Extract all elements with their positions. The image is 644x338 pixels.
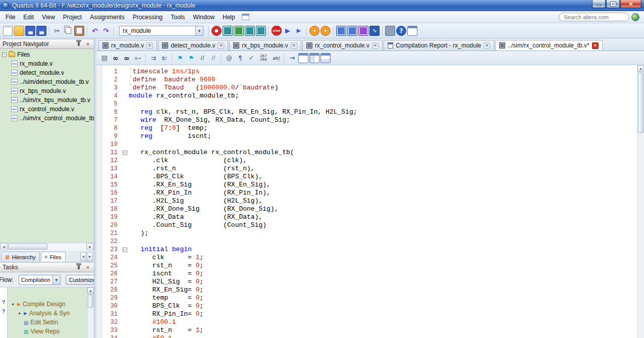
view-full-icon[interactable]	[298, 53, 308, 63]
tech-map-viewer-icon[interactable]	[347, 26, 357, 36]
save-all-icon[interactable]	[36, 26, 46, 36]
task-row[interactable]: ▤Edit Settin	[8, 318, 87, 327]
file-item[interactable]: detect_module.v	[0, 68, 94, 77]
new-file-icon[interactable]	[3, 26, 13, 36]
code-editor[interactable]: 1`timescale 1ns/1ps2`define baudrate 960…	[96, 65, 644, 338]
tree-collapse-icon[interactable]: −	[2, 53, 7, 57]
comment-icon[interactable]: //	[197, 53, 207, 63]
navigator-tab-hierarchy[interactable]: ▦Hierarchy	[1, 252, 40, 262]
flow-selector[interactable]: Compilation ▾	[19, 275, 61, 285]
tree-expander-icon[interactable]: ▾	[11, 302, 15, 307]
stop-processing-icon[interactable]: STOP	[272, 26, 282, 36]
close-panel-button[interactable]: ×	[84, 40, 91, 47]
tab-close-button[interactable]: ✕	[484, 42, 490, 49]
start-analysis-icon[interactable]: ▶	[294, 26, 304, 36]
chevron-down-icon[interactable]: ▾	[52, 275, 60, 284]
scroll-up-icon[interactable]: ▲	[87, 287, 94, 294]
tabs-scroll-left-icon[interactable]: ◄	[80, 252, 86, 261]
menu-help[interactable]: Help	[219, 12, 239, 22]
files-horizontal-scrollbar[interactable]: ◄ ►	[0, 243, 94, 250]
tree-expander-icon[interactable]: ▾	[17, 311, 22, 316]
template-icon[interactable]: ¶	[235, 53, 245, 63]
file-item[interactable]: rx_bps_module.v	[0, 86, 94, 95]
scrollbar-thumb[interactable]	[88, 295, 93, 308]
bookmark-icon[interactable]: ⚑	[175, 53, 185, 63]
editor-scrollbar[interactable]: ▲	[637, 65, 644, 338]
close-button[interactable]: ×	[620, 0, 641, 8]
task-help-marker[interactable]: ?	[0, 309, 7, 318]
view-split-h-icon[interactable]	[309, 53, 319, 63]
goto-icon[interactable]: →	[287, 53, 297, 63]
titlebar[interactable]: Quartus II 64-Bit - F:/wkzx/rx_module/de…	[0, 0, 644, 11]
menu-window[interactable]: Window	[189, 12, 219, 22]
open-project-icon[interactable]	[14, 26, 24, 36]
find-icon[interactable]: ∞	[111, 53, 121, 63]
scrollbar-thumb[interactable]	[638, 72, 643, 133]
file-item[interactable]: ../sim/rx_bps_module_tb.v	[0, 95, 94, 105]
task-help-marker[interactable]	[0, 327, 7, 336]
file-item[interactable]: rx_control_module.v	[0, 105, 94, 114]
start-compilation-icon[interactable]: ▶	[283, 26, 293, 36]
timing-constraints-icon[interactable]	[245, 26, 255, 36]
layout-window-icon[interactable]	[242, 14, 249, 20]
spell-check-icon[interactable]: ✓	[246, 53, 256, 63]
cut-icon[interactable]: ✂	[52, 26, 62, 36]
chip-planner-icon[interactable]	[256, 26, 266, 36]
task-row[interactable]: ▥View Repo	[8, 327, 87, 336]
doc-tab[interactable]: detect_module.v✕	[158, 40, 228, 51]
menu-view[interactable]: View	[38, 12, 59, 22]
task-row[interactable]: ▾▶Compile Design	[8, 300, 87, 309]
tasks-scrollbar[interactable]: ▲	[87, 287, 94, 338]
undo-icon[interactable]: ↶	[90, 26, 100, 36]
tab-close-button[interactable]: ✕	[372, 42, 379, 49]
pin-planner-icon[interactable]	[234, 26, 244, 36]
device-icon[interactable]	[211, 26, 222, 36]
menu-tools[interactable]: Tools	[167, 12, 189, 22]
indent-icon[interactable]: ⇉	[148, 53, 158, 63]
copy-icon[interactable]	[63, 26, 73, 36]
help-icon[interactable]: ?	[396, 26, 406, 36]
bookmark-next-icon[interactable]: ⚑	[186, 53, 196, 63]
replace-icon[interactable]: a→	[133, 53, 143, 63]
search-globe-icon[interactable]	[631, 13, 639, 21]
save-icon[interactable]	[25, 26, 35, 36]
incremental-compile-icon[interactable]	[309, 26, 319, 36]
chevron-down-icon[interactable]: ▾	[195, 26, 203, 35]
doc-tab[interactable]: Compilation Report - rx_module✕	[384, 40, 494, 51]
file-item[interactable]: rx_module.v	[0, 59, 94, 68]
project-selector[interactable]: rx_module ▾	[119, 26, 203, 36]
paste-icon[interactable]	[74, 26, 84, 36]
uncomment-icon[interactable]: //	[208, 53, 219, 63]
tab-close-button[interactable]: ✕	[146, 42, 153, 49]
tabs-scroll-right-icon[interactable]: ►	[87, 252, 93, 261]
menu-project[interactable]: Project	[59, 12, 86, 22]
file-item[interactable]: ../sim/detect_module_tb.v	[0, 77, 94, 86]
doc-tab[interactable]: rx_control_module.v✕	[302, 40, 383, 51]
menu-edit[interactable]: Edit	[19, 12, 38, 22]
fold-collapse-icon[interactable]: −	[123, 151, 127, 155]
file-item[interactable]: ../sim/rx_control_module_tb.v	[0, 114, 94, 123]
pin-panel-button[interactable]	[75, 40, 82, 47]
find-files-icon[interactable]: ∞	[122, 53, 132, 63]
maximize-button[interactable]	[606, 0, 620, 8]
scrollbar-track[interactable]	[8, 243, 86, 251]
doc-tab[interactable]: rx_module.v✕	[98, 40, 157, 51]
attach-icon[interactable]: @	[224, 53, 234, 63]
programmer-icon[interactable]	[358, 26, 368, 36]
file-options-icon[interactable]: ▤	[99, 53, 110, 63]
menu-file[interactable]: File	[2, 12, 19, 22]
task-help-marker[interactable]	[0, 318, 7, 327]
signal-tap-icon[interactable]: ∿	[369, 26, 380, 36]
system-console-icon[interactable]	[385, 26, 395, 36]
unindent-icon[interactable]: ⇇	[159, 53, 170, 63]
netlist-viewer-icon[interactable]	[336, 26, 346, 36]
navigator-tab-files[interactable]: ≡Files	[41, 252, 66, 262]
tab-close-button[interactable]: ✕	[291, 42, 297, 49]
menu-assignments[interactable]: Assignments	[86, 12, 129, 22]
view-split-v-icon[interactable]	[320, 53, 331, 63]
customize-button[interactable]: Customize...	[66, 275, 94, 285]
redo-icon[interactable]: ↷	[101, 26, 111, 36]
scroll-right-icon[interactable]: ►	[86, 243, 94, 251]
scroll-left-icon[interactable]: ◄	[0, 243, 8, 251]
scrollbar-thumb[interactable]	[8, 244, 47, 250]
